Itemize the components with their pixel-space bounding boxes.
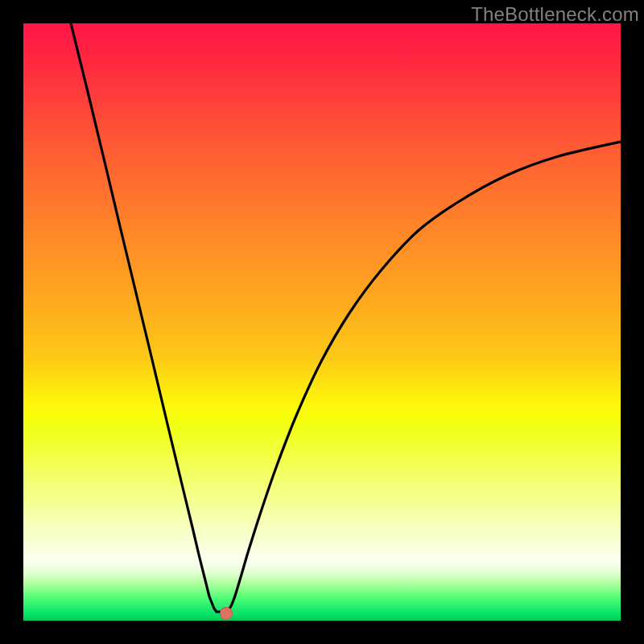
minimum-dot bbox=[220, 607, 233, 620]
bottleneck-curve bbox=[23, 23, 621, 621]
plot-area bbox=[23, 23, 621, 621]
watermark-text: TheBottleneck.com bbox=[471, 3, 639, 26]
curve-path bbox=[71, 23, 621, 612]
